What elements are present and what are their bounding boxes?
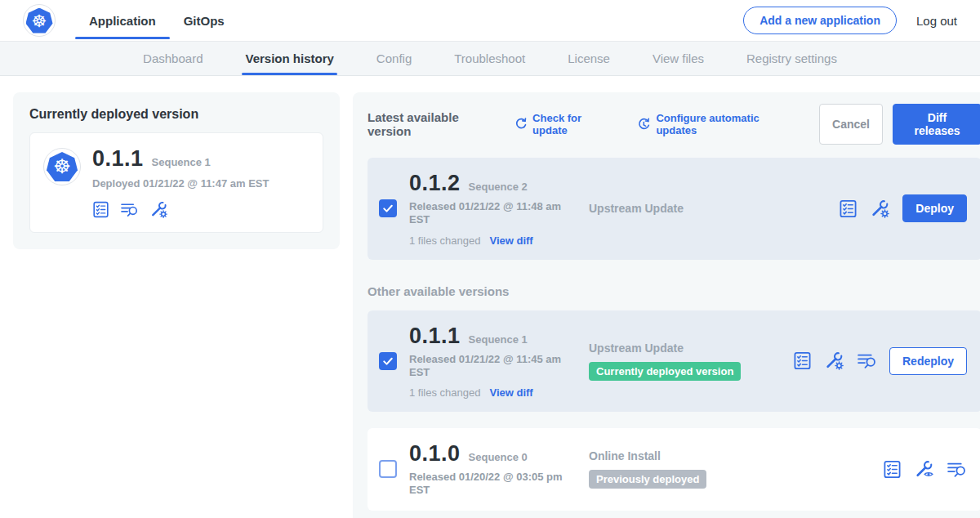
released-timestamp: Released 01/20/22 @ 03:05 pm EST (409, 471, 566, 498)
tab-application[interactable]: Application (75, 0, 170, 41)
version-info: 0.1.2 Sequence 2 Released 01/21/22 @ 11:… (409, 171, 582, 247)
check-for-update-label: Check for update (532, 112, 616, 136)
version-info: 0.1.0 Sequence 0 Released 01/20/22 @ 03:… (409, 441, 582, 498)
tab-gitops[interactable]: GitOps (170, 0, 238, 41)
source-label: Upstream Update (589, 342, 793, 355)
kubernetes-logo: ☸ (23, 4, 56, 37)
kubernetes-helm-icon: ☸ (26, 8, 53, 33)
app-sub-nav: Dashboard Version history Config Trouble… (0, 42, 980, 76)
subnav-tab-version-history[interactable]: Version history (245, 42, 333, 75)
deployed-actions (92, 200, 269, 219)
version-actions: Redeploy (793, 347, 970, 375)
deploy-button[interactable]: Deploy (902, 194, 967, 222)
currently-deployed-card: Currently deployed version ☸ 0.1.1 Seque… (13, 92, 340, 249)
files-changed-label: 1 files changed (409, 386, 480, 399)
version-sequence: Sequence 0 (469, 451, 528, 463)
check-for-update-link[interactable]: Check for update (514, 112, 616, 136)
release-notes-icon[interactable] (839, 199, 858, 218)
view-config-icon[interactable] (914, 459, 934, 480)
view-diff-link[interactable]: View diff (489, 234, 532, 247)
version-source: Upstream Update (589, 202, 793, 215)
configure-automatic-updates-link[interactable]: Configure automatic updates (637, 112, 798, 136)
version-row-0.1.0: 0.1.0 Sequence 0 Released 01/20/22 @ 03:… (368, 428, 980, 511)
helm-wheel-glyph: ☸ (32, 12, 47, 29)
latest-version-header: Latest available version Check for updat… (368, 104, 980, 145)
edit-config-icon[interactable] (149, 200, 168, 219)
version-row-0.1.1: 0.1.1 Sequence 1 Released 01/21/22 @ 11:… (368, 310, 980, 413)
view-files-icon[interactable] (947, 460, 967, 479)
add-application-button[interactable]: Add a new application (743, 7, 897, 34)
clock-refresh-icon (637, 118, 651, 132)
version-sequence: Sequence 2 (469, 181, 528, 193)
top-nav-tabs: Application GitOps (75, 0, 238, 41)
redeploy-button[interactable]: Redeploy (889, 347, 967, 375)
released-timestamp: Released 01/21/22 @ 11:48 am EST (409, 200, 566, 227)
logout-button[interactable]: Log out (916, 14, 957, 28)
deployed-version-details: 0.1.1 Sequence 1 Deployed 01/21/22 @ 11:… (92, 146, 269, 219)
app-icon: ☸ (43, 148, 81, 185)
subnav-tab-dashboard[interactable]: Dashboard (143, 42, 203, 75)
deployed-timestamp: Deployed 01/21/22 @ 11:47 am EST (92, 177, 269, 190)
version-sequence: Sequence 1 (469, 333, 528, 346)
subnav-tab-troubleshoot[interactable]: Troubleshoot (454, 42, 525, 75)
view-diff-link[interactable]: View diff (489, 386, 532, 399)
other-versions-title: Other available versions (368, 284, 980, 298)
deployed-sequence: Sequence 1 (152, 156, 211, 168)
subnav-tab-config[interactable]: Config (376, 42, 412, 75)
cancel-button[interactable]: Cancel (819, 104, 883, 145)
tab-gitops-label: GitOps (184, 14, 225, 28)
helm-wheel-glyph: ☸ (53, 157, 71, 176)
version-actions (883, 459, 970, 480)
diff-releases-button[interactable]: Diff releases (893, 104, 980, 145)
version-number: 0.1.2 (409, 171, 461, 196)
released-timestamp: Released 01/21/22 @ 11:45 am EST (409, 353, 566, 380)
deployed-version-card: ☸ 0.1.1 Sequence 1 Deployed 01/21/22 @ 1… (29, 132, 323, 233)
main-content: Currently deployed version ☸ 0.1.1 Seque… (0, 76, 980, 518)
refresh-icon (514, 118, 528, 131)
subnav-tab-registry-settings[interactable]: Registry settings (746, 42, 837, 75)
version-history-panel: Latest available version Check for updat… (353, 92, 980, 518)
source-label: Online Install (589, 449, 793, 462)
version-row-0.1.2: 0.1.2 Sequence 2 Released 01/21/22 @ 11:… (368, 158, 980, 260)
view-files-icon[interactable] (857, 351, 877, 370)
top-nav-right: Add a new application Log out (743, 7, 957, 34)
subnav-tab-license[interactable]: License (568, 42, 610, 75)
release-notes-icon[interactable] (883, 460, 902, 479)
deployed-version-number: 0.1.1 (92, 146, 144, 172)
kubernetes-helm-icon: ☸ (47, 152, 78, 181)
subnav-tab-view-files[interactable]: View files (653, 42, 704, 75)
version-source: Upstream Update Currently deployed versi… (589, 342, 793, 381)
version-actions: Deploy (839, 194, 970, 222)
version-checkbox[interactable] (379, 352, 397, 370)
latest-version-title: Latest available version (368, 110, 501, 138)
edit-config-icon[interactable] (824, 351, 844, 371)
edit-config-icon[interactable] (870, 199, 890, 219)
version-checkbox[interactable] (379, 199, 397, 217)
version-number: 0.1.0 (409, 441, 461, 467)
deployed-card-title: Currently deployed version (29, 107, 323, 122)
tab-application-label: Application (89, 14, 156, 28)
view-files-icon[interactable] (120, 201, 139, 218)
currently-deployed-badge: Currently deployed version (589, 362, 741, 381)
previously-deployed-badge: Previously deployed (589, 470, 706, 489)
release-notes-icon[interactable] (793, 351, 812, 370)
top-nav: ☸ Application GitOps Add a new applicati… (0, 0, 980, 42)
version-checkbox[interactable] (379, 460, 397, 478)
files-changed-label: 1 files changed (409, 234, 480, 247)
release-notes-icon[interactable] (92, 201, 109, 218)
source-label: Upstream Update (589, 202, 793, 215)
version-info: 0.1.1 Sequence 1 Released 01/21/22 @ 11:… (409, 324, 582, 400)
version-source: Online Install Previously deployed (589, 449, 793, 489)
version-number: 0.1.1 (409, 324, 461, 349)
configure-automatic-updates-label: Configure automatic updates (656, 112, 798, 136)
